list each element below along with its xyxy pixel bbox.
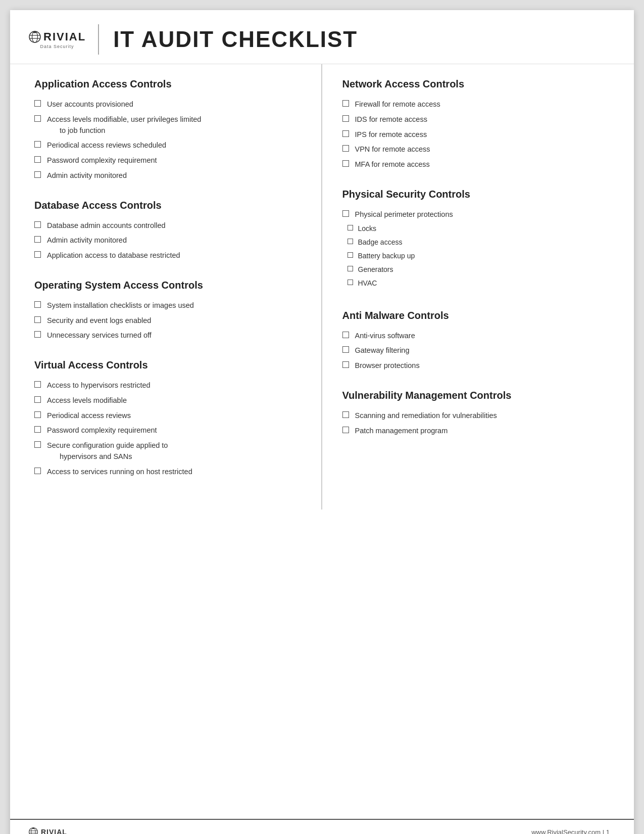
checkbox[interactable]: [34, 251, 41, 258]
checkbox-small[interactable]: [348, 239, 353, 244]
page-title: IT AUDIT CHECKLIST: [113, 27, 358, 52]
footer-globe-icon: [28, 827, 38, 834]
checkbox[interactable]: [342, 160, 349, 167]
list-item: Access to hypervisors restricted: [34, 380, 301, 391]
item-text: Locks: [358, 223, 377, 234]
list-item: IPS for remote access: [342, 129, 610, 141]
checkbox[interactable]: [342, 210, 349, 217]
section-vulnerability: Vulnerability Management Controls Scanni…: [342, 390, 610, 437]
list-item: Access levels modifiable: [34, 395, 301, 406]
checkbox[interactable]: [342, 100, 349, 107]
checkbox[interactable]: [342, 427, 349, 433]
item-text: IDS for remote access: [355, 114, 427, 125]
checkbox[interactable]: [34, 381, 41, 388]
footer: RIVIAL www.RivialSecurity.com | 1: [10, 819, 634, 834]
item-text: Periodical access reviews scheduled: [47, 140, 166, 151]
checklist-anti-malware: Anti-virus software Gateway filtering Br…: [342, 331, 610, 372]
checkbox[interactable]: [34, 468, 41, 474]
item-text: VPN for remote access: [355, 144, 430, 155]
list-item: Patch management program: [342, 426, 610, 437]
checkbox[interactable]: [34, 236, 41, 243]
footer-page: 1: [606, 828, 610, 835]
section-title-anti-malware: Anti Malware Controls: [342, 310, 610, 321]
checkbox[interactable]: [34, 426, 41, 433]
list-item: HVAC: [348, 278, 415, 289]
item-text: Badge access: [358, 237, 403, 248]
checkbox[interactable]: [34, 316, 41, 323]
checkbox[interactable]: [34, 331, 41, 338]
checkbox-small[interactable]: [348, 280, 353, 285]
list-item: Access to services running on host restr…: [34, 467, 301, 478]
item-text: Anti-virus software: [355, 331, 415, 342]
item-text: Physical perimeter protections: [355, 209, 453, 220]
item-text: User accounts provisioned: [47, 99, 133, 110]
checkbox[interactable]: [34, 441, 41, 448]
section-title-os-access: Operating System Access Controls: [34, 280, 301, 291]
list-item: Secure configuration guide applied tohyp…: [34, 440, 301, 462]
checkbox[interactable]: [34, 396, 41, 403]
list-item: Periodical access reviews: [34, 410, 301, 422]
list-item: Admin activity monitored: [34, 235, 301, 246]
item-text: Generators: [358, 264, 393, 275]
item-text: Patch management program: [355, 426, 448, 437]
item-text: Security and event logs enabled: [47, 315, 151, 327]
list-item: MFA for remote access: [342, 159, 610, 170]
list-item: Gateway filtering: [342, 345, 610, 356]
section-db-access: Database Access Controls Database admin …: [34, 200, 301, 261]
checkbox[interactable]: [342, 411, 349, 418]
checkbox[interactable]: [34, 100, 41, 107]
list-item: Security and event logs enabled: [34, 315, 301, 327]
list-item: Unnecessary services turned off: [34, 330, 301, 341]
section-title-vulnerability: Vulnerability Management Controls: [342, 390, 610, 401]
checkbox[interactable]: [342, 361, 349, 368]
checkbox[interactable]: [34, 115, 41, 122]
checkbox-small[interactable]: [348, 252, 353, 258]
list-item: Periodical access reviews scheduled: [34, 140, 301, 151]
item-text: System installation checklists or images…: [47, 300, 194, 311]
item-text: Battery backup up: [358, 251, 415, 261]
item-text: HVAC: [358, 278, 377, 289]
list-item: Firewall for remote access: [342, 99, 610, 110]
checklist-physical-security: Physical perimeter protections Locks Bad…: [342, 209, 610, 292]
checkbox[interactable]: [342, 115, 349, 122]
item-text: Password complexity requirement: [47, 425, 157, 436]
list-item: VPN for remote access: [342, 144, 610, 155]
list-item: Scanning and remediation for vulnerabili…: [342, 410, 610, 422]
item-text: Periodical access reviews: [47, 410, 131, 422]
item-text: Admin activity monitored: [47, 235, 127, 246]
checkbox[interactable]: [342, 145, 349, 152]
list-item: User accounts provisioned: [34, 99, 301, 110]
checkbox-small[interactable]: [348, 225, 353, 230]
footer-website: www.RivialSecurity.com: [531, 828, 601, 835]
checkbox[interactable]: [34, 171, 41, 178]
checkbox-small[interactable]: [348, 266, 353, 271]
checkbox[interactable]: [342, 332, 349, 338]
checkbox[interactable]: [342, 130, 349, 137]
footer-divider: |: [603, 828, 606, 835]
item-text: MFA for remote access: [355, 159, 430, 170]
item-text: Browser protections: [355, 360, 420, 372]
checkbox[interactable]: [34, 141, 41, 148]
checkbox[interactable]: [34, 156, 41, 163]
item-text: Scanning and remediation for vulnerabili…: [355, 410, 497, 422]
checkbox[interactable]: [34, 411, 41, 418]
checklist-os-access: System installation checklists or images…: [34, 300, 301, 341]
item-text: Admin activity monitored: [47, 170, 127, 181]
logo-sub: Data Security: [40, 44, 74, 49]
list-item: Physical perimeter protections Locks Bad…: [342, 209, 610, 292]
item-text: Access levels modifiable: [47, 395, 127, 406]
item-text: Firewall for remote access: [355, 99, 440, 110]
item-text: Unnecessary services turned off: [47, 330, 152, 341]
footer-logo-text: RIVIAL: [41, 828, 67, 834]
right-column: Network Access Controls Firewall for rem…: [322, 64, 634, 509]
item-text: IPS for remote access: [355, 129, 427, 141]
checkbox[interactable]: [34, 301, 41, 308]
list-item: Application access to database restricte…: [34, 250, 301, 261]
footer-info: www.RivialSecurity.com | 1: [531, 828, 610, 835]
checklist-vulnerability: Scanning and remediation for vulnerabili…: [342, 410, 610, 437]
list-item: Badge access: [348, 237, 415, 248]
checkbox[interactable]: [34, 221, 41, 228]
checkbox[interactable]: [342, 346, 349, 353]
checklist-virtual-access: Access to hypervisors restricted Access …: [34, 380, 301, 477]
section-title-db-access: Database Access Controls: [34, 200, 301, 211]
